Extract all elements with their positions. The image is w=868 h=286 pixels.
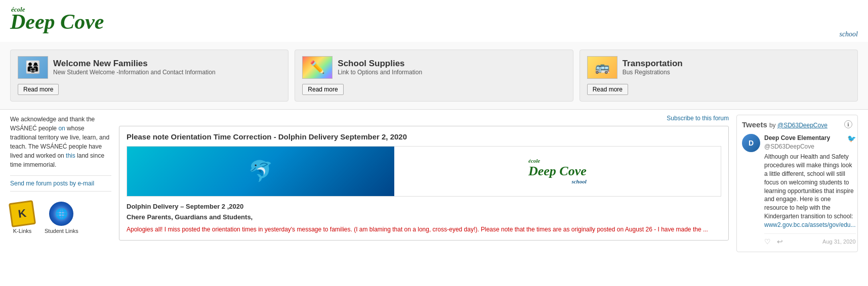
twitter-bird-icon: 🐦 <box>847 134 856 144</box>
subscribe-forum-link[interactable]: Subscribe to this forum <box>119 115 729 122</box>
card-transportation-title: Transportation <box>623 59 683 69</box>
forum-post: Please note Orientation Time Correction … <box>119 126 729 241</box>
tweet-text: Although our Health and Safety procedure… <box>764 153 856 220</box>
tweet-handle: @SD63DeepCove <box>764 143 814 150</box>
tweet-date: Aug 31, 2020 <box>822 238 855 246</box>
acknowledgement-link-on[interactable]: on <box>58 125 65 132</box>
post-image-banner: 🐬 école Deep Cove school <box>127 146 721 197</box>
card-welcome-title: Welcome New Families <box>53 59 216 69</box>
card-welcome: 👨‍👩‍👧 Welcome New Families New Student W… <box>10 50 288 102</box>
tweets-sidebar: Tweets by @SD63DeepCove ℹ D Deep Cove El… <box>736 115 858 252</box>
transport-icon: 🚌 <box>595 60 610 74</box>
post-logo-main: Deep Cove <box>528 164 587 178</box>
post-body: Apologies all! I miss posted the orienta… <box>127 225 721 234</box>
tweet-user-row: Deep Cove Elementary @SD63DeepCove 🐦 <box>764 134 856 151</box>
card-welcome-header: 👨‍👩‍👧 Welcome New Families New Student W… <box>18 56 281 79</box>
klinks-item[interactable]: K K-Links <box>10 202 34 234</box>
info-icon[interactable]: ℹ <box>844 120 852 128</box>
center-content: Subscribe to this forum Please note Orie… <box>119 115 729 252</box>
like-icon[interactable]: ♡ <box>764 237 771 247</box>
tweets-title: Tweets by @SD63DeepCove <box>742 120 828 129</box>
tweet-item: D Deep Cove Elementary @SD63DeepCove 🐦 A… <box>742 134 852 247</box>
card-welcome-thumb: 👨‍👩‍👧 <box>18 56 48 79</box>
card-supplies-thumb: ✏️ <box>302 56 333 79</box>
logo-main: Deep Cove <box>10 13 858 32</box>
tweets-by-label: by <box>769 122 777 129</box>
supplies-icon: ✏️ <box>310 60 325 74</box>
klinks-label: K-Links <box>13 228 32 234</box>
dolphin-image: 🐬 <box>127 147 394 196</box>
reply-icon[interactable]: ↩ <box>777 237 783 247</box>
post-subtitle: Dolphin Delivery – September 2 ,2020 <box>127 203 721 210</box>
tweet-link[interactable]: www2.gov.bc.ca/assets/gov/edu... <box>764 221 856 228</box>
post-logo: école Deep Cove school <box>528 158 587 184</box>
logo-school: school <box>10 31 858 38</box>
student-links-label: Student Links <box>45 228 78 234</box>
card-supplies-desc: Link to Options and Information <box>338 69 422 76</box>
card-transportation-thumb: 🚌 <box>587 56 617 79</box>
student-links-item[interactable]: 🌐 Student Links <box>45 202 78 234</box>
tweets-account-link[interactable]: @SD63DeepCove <box>777 122 828 129</box>
tweet-name: Deep Cove Elementary <box>764 134 830 141</box>
tweet-actions: ♡ ↩ Aug 31, 2020 <box>764 233 856 247</box>
post-title: Please note Orientation Time Correction … <box>127 132 721 141</box>
main-layout: We acknowledge and thank the WSÁNEĆ peop… <box>0 110 868 257</box>
card-transportation-read-more[interactable]: Read more <box>587 84 628 95</box>
forum-email-link[interactable]: Send me forum posts by e-mail <box>10 175 111 192</box>
tweet-content: Deep Cove Elementary @SD63DeepCove 🐦 Alt… <box>764 134 856 247</box>
student-links-icon: 🌐 <box>49 202 73 226</box>
acknowledgement-text: We acknowledge and thank the WSÁNEĆ peop… <box>10 115 111 169</box>
quick-links: K K-Links 🌐 Student Links <box>10 198 111 238</box>
card-welcome-read-more[interactable]: Read more <box>18 84 59 95</box>
card-supplies: ✏️ School Supplies Link to Options and I… <box>295 50 573 102</box>
families-icon: 👨‍👩‍👧 <box>25 60 40 74</box>
klinks-icon: K <box>9 200 36 227</box>
card-transportation-desc: Bus Registrations <box>623 69 683 76</box>
card-supplies-header: ✏️ School Supplies Link to Options and I… <box>302 56 565 79</box>
tweets-header: Tweets by @SD63DeepCove ℹ <box>742 120 852 129</box>
card-transportation: 🚌 Transportation Bus Registrations Read … <box>580 50 858 102</box>
card-supplies-read-more[interactable]: Read more <box>302 84 343 95</box>
card-welcome-desc: New Student Welcome -Information and Con… <box>53 69 216 76</box>
logo-ecole: école <box>11 6 858 13</box>
card-supplies-title: School Supplies <box>338 59 422 69</box>
header: école Deep Cove school <box>0 0 868 42</box>
left-sidebar: We acknowledge and thank the WSÁNEĆ peop… <box>10 115 111 252</box>
acknowledgement-link-this[interactable]: this <box>66 152 75 159</box>
post-greeting: Chere Parents, Guardians and Students, <box>127 213 721 221</box>
tweet-avatar: D <box>742 134 760 152</box>
card-transportation-header: 🚌 Transportation Bus Registrations <box>587 56 850 79</box>
post-logo-school: school <box>528 178 587 184</box>
cards-row: 👨‍👩‍👧 Welcome New Families New Student W… <box>0 42 868 110</box>
logo: école Deep Cove school <box>10 6 858 38</box>
post-logo-image: école Deep Cove school <box>394 147 721 196</box>
